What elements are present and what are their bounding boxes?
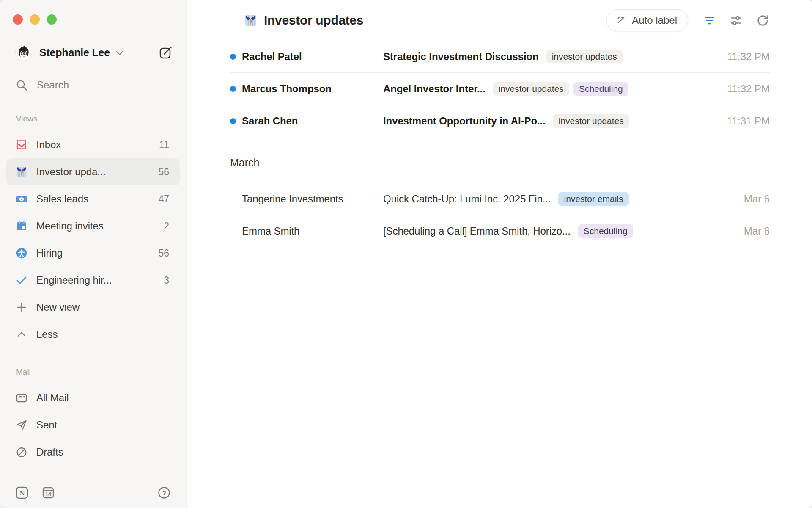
subject: Investment Opportunity in AI-Po... — [383, 115, 546, 127]
sidebar-item-label: Hiring — [36, 247, 63, 259]
compose-button[interactable] — [158, 45, 173, 60]
zoom-window-button[interactable] — [47, 14, 57, 25]
month-section-header: March — [230, 150, 770, 176]
sidebar: Stephanie Lee Search Views — [0, 0, 187, 508]
avatar — [15, 44, 32, 61]
mail-row-sarah-chen[interactable]: Sarah Chen Investment Opportunity in AI-… — [230, 105, 770, 137]
unread-dot — [230, 54, 236, 60]
svg-text:N: N — [19, 489, 25, 497]
subject: Strategic Investment Discussion — [383, 51, 539, 63]
filter-lines-icon — [703, 14, 716, 27]
mail-row-emma-smith[interactable]: Emma Smith [Scheduling a Call] Emma Smit… — [230, 215, 770, 247]
mail-row-marcus-thompson[interactable]: Marcus Thompson Angel Investor Inter... … — [230, 73, 770, 105]
read-dot-placeholder — [230, 228, 236, 234]
help-button[interactable]: ? — [157, 486, 171, 500]
mail-list: Rachel Patel Strategic Investment Discus… — [187, 41, 812, 247]
mail-row-rachel-patel[interactable]: Rachel Patel Strategic Investment Discus… — [230, 41, 770, 73]
search-label: Search — [37, 79, 69, 91]
mail-row-tangerine-investments[interactable]: Tangerine Investments Quick Catch-Up: Lu… — [230, 183, 770, 215]
accessibility-icon — [16, 247, 27, 259]
unread-count: 3 — [164, 275, 169, 286]
sidebar-item-all-mail[interactable]: All Mail — [6, 384, 180, 411]
sidebar-item-hiring[interactable]: Hiring 56 — [6, 240, 180, 267]
mail-list-nav: All Mail Sent Drafts — [0, 384, 186, 466]
pencil-circle-icon — [16, 446, 27, 458]
sidebar-item-drafts[interactable]: Drafts — [6, 439, 180, 466]
sidebar-item-investor-updates[interactable]: Investor upda... 56 — [6, 158, 180, 185]
checkmark-icon — [16, 274, 27, 286]
chevron-down-icon — [115, 50, 124, 58]
label-badge[interactable]: investor updates — [553, 114, 629, 128]
new-view-label: New view — [36, 301, 80, 313]
label-badges: investor emails — [558, 192, 628, 206]
close-window-button[interactable] — [13, 14, 23, 25]
sidebar-item-label: Sent — [36, 419, 57, 431]
filter-button[interactable] — [703, 14, 716, 27]
label-badge[interactable]: investor emails — [558, 192, 628, 206]
refresh-button[interactable] — [757, 14, 769, 27]
timestamp: 11:32 PM — [717, 51, 770, 63]
label-badges: investor updates Scheduling — [493, 82, 628, 96]
label-badge[interactable]: investor updates — [493, 82, 569, 96]
sidebar-item-label: Inbox — [36, 139, 61, 151]
sidebar-item-label: Investor upda... — [36, 166, 106, 178]
notion-app-icon[interactable]: N — [15, 486, 29, 500]
sidebar-footer: N 14 ? — [0, 477, 186, 508]
refresh-icon — [757, 14, 769, 27]
page-title: Investor updates — [264, 13, 363, 28]
subject: Angel Investor Inter... — [383, 83, 486, 95]
minimize-window-button[interactable] — [30, 14, 40, 25]
timestamp: Mar 6 — [734, 193, 770, 205]
inbox-tray-icon — [16, 139, 27, 151]
sidebar-item-label: Sales leads — [36, 193, 88, 205]
banknote-icon — [16, 193, 27, 205]
timestamp: 11:31 PM — [717, 115, 770, 127]
label-badges: investor updates — [553, 114, 629, 128]
calendar-icon — [16, 220, 27, 232]
subject: [Scheduling a Call] Emma Smith, Horizo..… — [383, 225, 571, 237]
new-view-button[interactable]: New view — [6, 294, 180, 321]
mail-app-window: Stephanie Lee Search Views — [0, 0, 812, 508]
search-button[interactable]: Search — [0, 79, 186, 91]
notion-calendar-icon[interactable]: 14 — [41, 486, 55, 500]
envelope-icon — [16, 392, 27, 404]
views-section-label: Views — [0, 114, 186, 124]
header-actions: Auto label — [606, 9, 769, 31]
sidebar-item-label: Meeting invites — [36, 220, 104, 232]
unread-count: 2 — [164, 221, 169, 232]
sidebar-item-sales-leads[interactable]: Sales leads 47 — [6, 185, 180, 213]
sidebar-item-label: All Mail — [36, 392, 69, 404]
display-settings-button[interactable] — [730, 14, 742, 27]
less-button[interactable]: Less — [6, 321, 180, 348]
sender: Marcus Thompson — [242, 83, 383, 95]
read-dot-placeholder — [230, 196, 236, 202]
sidebar-item-label: Engineering hir... — [36, 274, 112, 286]
auto-label-squiggle-icon — [615, 15, 627, 26]
sender: Rachel Patel — [242, 51, 383, 63]
sidebar-item-inbox[interactable]: Inbox 11 — [6, 131, 180, 158]
svg-text:14: 14 — [45, 491, 51, 497]
sidebar-item-label: Drafts — [36, 446, 63, 458]
unread-dot — [230, 86, 236, 92]
necktie-icon — [16, 166, 27, 178]
unread-count: 47 — [158, 193, 169, 205]
subject: Quick Catch-Up: Lumi Inc. 2025 Fin... — [383, 193, 551, 205]
window-controls — [0, 0, 186, 25]
label-badge[interactable]: Scheduling — [578, 224, 633, 238]
main-panel: Investor updates Auto label — [187, 0, 812, 508]
sidebar-item-engineering-hiring[interactable]: Engineering hir... 3 — [6, 267, 180, 294]
necktie-emoji-icon — [244, 14, 257, 27]
unread-count: 56 — [158, 248, 169, 259]
compose-icon — [158, 45, 173, 60]
sidebar-item-sent[interactable]: Sent — [6, 411, 180, 439]
account-switcher[interactable]: Stephanie Lee — [0, 44, 186, 61]
less-label: Less — [36, 329, 58, 340]
mail-section-label: Mail — [0, 367, 186, 377]
today-rows-group: Rachel Patel Strategic Investment Discus… — [230, 41, 770, 137]
sidebar-item-meeting-invites[interactable]: Meeting invites 2 — [6, 213, 180, 240]
timestamp: 11:32 PM — [717, 83, 770, 95]
search-icon — [15, 79, 28, 91]
auto-label-button[interactable]: Auto label — [606, 9, 688, 31]
label-badge[interactable]: Scheduling — [573, 82, 628, 96]
label-badge[interactable]: investor updates — [546, 50, 623, 64]
